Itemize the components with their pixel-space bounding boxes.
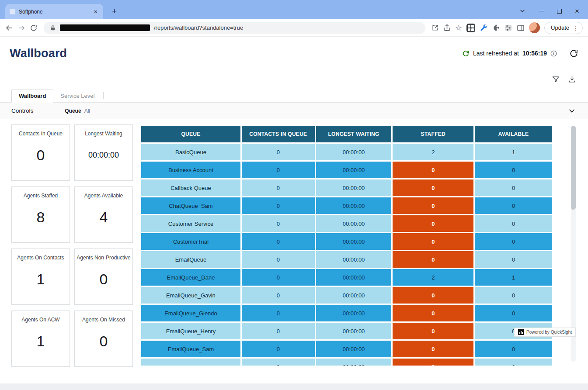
queue-cell: 0 bbox=[475, 359, 552, 366]
table-scrollbar-thumb[interactable] bbox=[571, 126, 576, 210]
minimize-button[interactable] bbox=[539, 11, 544, 11]
kpi-value: 00:00:00 bbox=[88, 137, 119, 180]
kpi-title: Agents Available bbox=[84, 193, 123, 199]
tune-extension-icon[interactable] bbox=[504, 24, 512, 32]
column-header-contacts-in-queue[interactable]: CONTACTS IN QUEUE bbox=[242, 126, 315, 142]
queue-cell: 0 bbox=[393, 251, 473, 268]
queue-cell: 0 bbox=[242, 341, 315, 357]
queue-cell: 0 bbox=[475, 162, 552, 178]
queue-cell: EmailQueue_Glendo bbox=[141, 305, 240, 321]
queue-cell: EmailQueue_Dane bbox=[141, 269, 240, 286]
queue-cell: EmailQueue_Henry bbox=[141, 323, 240, 339]
queue-cell: EmailQueue_Sam bbox=[141, 341, 240, 357]
queue-cell: 0 bbox=[393, 359, 473, 366]
side-panel-icon[interactable] bbox=[517, 24, 525, 32]
last-refreshed: Last refreshed at 10:56:19 bbox=[462, 50, 557, 57]
wrench-extension-icon[interactable] bbox=[480, 24, 488, 32]
queue-cell: 00:00:00 bbox=[316, 179, 392, 196]
close-window-button[interactable]: × bbox=[575, 9, 579, 14]
browser-toolbar: /reports/wallboard?standalone=true ☆ Upd… bbox=[0, 19, 588, 37]
back-button[interactable] bbox=[5, 24, 13, 32]
url-redaction bbox=[60, 24, 150, 31]
queue-filter-control[interactable]: Queue All bbox=[65, 108, 90, 114]
tab-favicon bbox=[10, 9, 15, 14]
queue-cell: 0 bbox=[242, 359, 315, 366]
extension-grid-icon[interactable] bbox=[466, 24, 475, 32]
filter-funnel-icon[interactable] bbox=[552, 76, 560, 83]
queue-table-body: BasicQueue000:00:0021Business Account000… bbox=[141, 144, 552, 366]
queue-row: EmailQueue_Dane000:00:0021 bbox=[141, 269, 552, 286]
kpi-title: Longest Waiting bbox=[85, 131, 122, 137]
queue-cell: Callback Queue bbox=[141, 179, 240, 196]
queue-row: BasicQueue000:00:0021 bbox=[141, 144, 552, 160]
queue-cell: 00:00:00 bbox=[316, 269, 392, 286]
bookmark-star-icon[interactable]: ☆ bbox=[455, 23, 462, 33]
kpi-card: Agents Non-Productive 0 bbox=[74, 248, 133, 305]
queue-cell: 00:00:00 bbox=[316, 162, 392, 178]
reload-button[interactable] bbox=[30, 24, 38, 32]
new-tab-button[interactable]: + bbox=[109, 7, 119, 16]
browser-tab[interactable]: Softphone × bbox=[5, 4, 103, 19]
tab-service-level[interactable]: Service Level bbox=[53, 90, 101, 102]
refreshed-prefix: Last refreshed at bbox=[473, 50, 519, 57]
kpi-value: 0 bbox=[37, 137, 45, 180]
queue-cell: 0 bbox=[475, 341, 552, 357]
bottom-strip bbox=[0, 383, 588, 390]
queue-cell: BasicQueue bbox=[141, 144, 240, 160]
powered-by-quicksight-badge[interactable]: Powered by QuickSight bbox=[514, 328, 576, 337]
queue-cell: 0 bbox=[393, 162, 473, 178]
tab-wallboard[interactable]: Wallboard bbox=[11, 90, 53, 103]
queue-cell: 0 bbox=[475, 305, 552, 321]
kpi-title: Agents On ACW bbox=[21, 317, 59, 323]
column-header-longest-waiting[interactable]: LONGEST WAITING bbox=[316, 126, 392, 142]
column-header-available[interactable]: AVAILABLE bbox=[475, 126, 552, 142]
kebab-menu-icon: ⋮ bbox=[573, 24, 579, 31]
queue-cell: ChatQueue_Sam bbox=[141, 197, 240, 214]
export-download-icon[interactable] bbox=[568, 76, 576, 83]
maximize-button[interactable] bbox=[557, 9, 562, 14]
open-in-new-icon[interactable] bbox=[431, 24, 439, 31]
extensions-puzzle-icon[interactable] bbox=[492, 24, 500, 32]
window-controls: × bbox=[519, 8, 588, 19]
queue-cell: 00:00:00 bbox=[316, 305, 392, 321]
queue-cell: 1 bbox=[475, 269, 552, 286]
queue-cell: 0 bbox=[242, 305, 315, 321]
queue-cell: 0 bbox=[393, 215, 473, 232]
tab-close-icon[interactable]: × bbox=[92, 8, 99, 15]
queue-cell: 0 bbox=[242, 269, 315, 286]
queue-table-container: QUEUE CONTACTS IN QUEUE LONGEST WAITING … bbox=[140, 124, 579, 366]
queue-cell: EmailQueue_Gavin bbox=[141, 287, 240, 304]
queue-row: Customer Service000:00:0000 bbox=[141, 215, 552, 232]
info-icon[interactable] bbox=[550, 50, 557, 57]
queue-row: EmailQueue_Henry000:00:0000 bbox=[141, 323, 552, 339]
column-header-staffed[interactable]: STAFFED bbox=[393, 126, 473, 142]
refresh-dashboard-button[interactable] bbox=[569, 49, 578, 58]
page-title: Wallboard bbox=[10, 47, 67, 60]
queue-cell: EmailQueue bbox=[141, 251, 240, 268]
kpi-title: Agents Staffed bbox=[24, 193, 58, 199]
forward-button[interactable] bbox=[17, 24, 25, 32]
app-header: Wallboard Last refreshed at 10:56:19 bbox=[0, 37, 588, 70]
controls-label: Controls bbox=[11, 107, 33, 114]
queue-cell: 0 bbox=[242, 197, 315, 214]
controls-collapse-chevron-icon[interactable] bbox=[568, 107, 576, 115]
queue-cell: 00:00:00 bbox=[316, 215, 392, 232]
column-header-queue[interactable]: QUEUE bbox=[141, 126, 240, 142]
queue-cell: 1 bbox=[475, 144, 552, 160]
profile-avatar[interactable] bbox=[529, 22, 540, 33]
queue-cell: 0 bbox=[393, 305, 473, 321]
url-bar[interactable]: /reports/wallboard?standalone=true bbox=[44, 22, 425, 34]
queue-cell: 0 bbox=[393, 179, 473, 196]
kpi-title: Agents Non-Productive bbox=[77, 255, 130, 261]
share-icon[interactable] bbox=[443, 24, 451, 31]
refresh-status-icon bbox=[462, 50, 470, 57]
queue-cell: 00:00:00 bbox=[316, 359, 392, 366]
lock-icon[interactable] bbox=[50, 25, 56, 31]
kpi-card: Contacts In Queue 0 bbox=[11, 124, 70, 181]
queue-cell: 0 bbox=[242, 179, 315, 196]
queue-row: EmailQueue000:00:0000 bbox=[141, 251, 552, 268]
update-button[interactable]: Update ⋮ bbox=[544, 22, 583, 34]
kpi-card: Agents Available 4 bbox=[74, 186, 133, 243]
queue-cell: 0 bbox=[393, 197, 473, 214]
tab-search-chevron-icon[interactable] bbox=[519, 8, 525, 14]
